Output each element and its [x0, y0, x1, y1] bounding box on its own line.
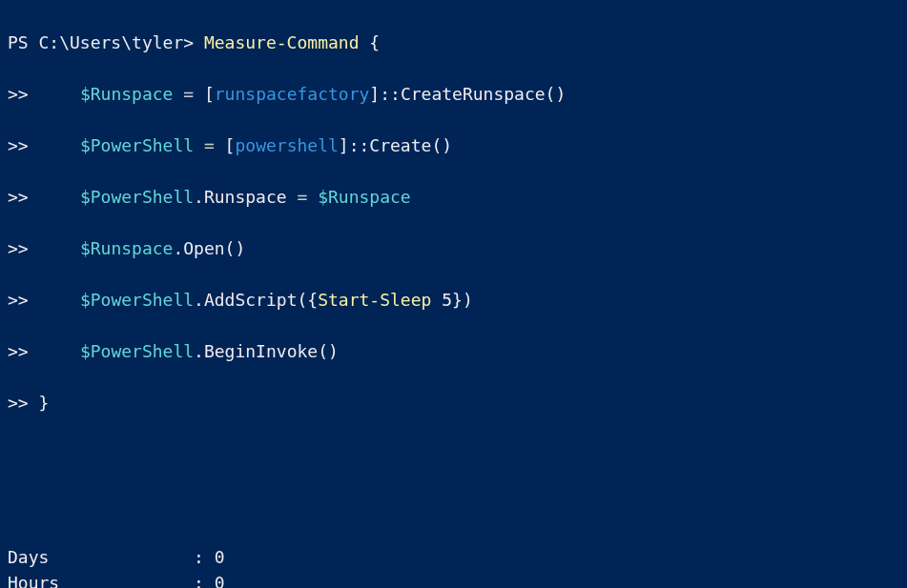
output-block: Days : 0Hours : 0Minutes : 0Seconds : 0M…	[8, 544, 899, 588]
dot: .	[173, 238, 183, 258]
code-line: >> $PowerShell.BeginInvoke()	[8, 338, 899, 364]
var-powershell: $PowerShell	[80, 290, 194, 310]
blank-line	[8, 441, 899, 467]
code-line: PS C:\Users\tyler> Measure-Command {	[8, 30, 899, 55]
dot: .	[194, 290, 204, 310]
prop-runspace: Runspace	[204, 187, 287, 207]
output-value: 0	[215, 547, 225, 567]
equals: =	[173, 84, 204, 104]
close-brace: }	[29, 393, 50, 413]
equals: =	[194, 135, 225, 155]
var-powershell: $PowerShell	[80, 135, 194, 155]
dot: .	[194, 187, 204, 207]
begin-invoke: BeginInvoke()	[204, 341, 339, 361]
indent	[29, 135, 80, 155]
code-line: >> $PowerShell.Runspace = $Runspace	[8, 184, 899, 210]
cont-prompt: >>	[8, 187, 29, 207]
output-row: Hours : 0	[8, 570, 899, 588]
indent	[29, 341, 80, 361]
indent	[29, 290, 80, 310]
output-label: Days	[8, 547, 194, 567]
blank-line	[8, 493, 899, 518]
code-line: >> $PowerShell = [powershell]::Create()	[8, 132, 899, 158]
addscript-open: AddScript(	[204, 290, 307, 310]
output-value: 0	[215, 573, 225, 588]
open-brace: {	[359, 32, 380, 52]
cont-prompt: >>	[8, 238, 29, 258]
dcolon: ::	[349, 135, 370, 155]
code-line: >> $Runspace.Open()	[8, 235, 899, 261]
output-separator: :	[194, 547, 215, 567]
create-method: Create()	[369, 135, 452, 155]
cont-prompt: >>	[8, 393, 29, 413]
open-call: Open()	[183, 238, 245, 258]
cmd-start-sleep: Start-Sleep	[318, 290, 431, 310]
bracket-open: [	[204, 84, 215, 104]
cont-prompt: >>	[8, 341, 29, 361]
output-label: Hours	[8, 573, 194, 588]
sleep-arg: 5	[431, 290, 452, 310]
var-runspace: $Runspace	[80, 84, 174, 104]
type-runspacefactory: runspacefactory	[215, 84, 370, 104]
equals: =	[287, 187, 319, 207]
scriptblock-close: }	[452, 290, 463, 310]
bracket-close: ]	[339, 135, 349, 155]
cont-prompt: >>	[8, 84, 29, 104]
ps-prefix: PS	[8, 32, 39, 52]
type-powershell: powershell	[235, 135, 338, 155]
scriptblock-open: {	[307, 290, 318, 310]
code-line: >> $PowerShell.AddScript({Start-Sleep 5}…	[8, 287, 899, 313]
code-line: >> }	[8, 390, 899, 416]
indent	[29, 84, 80, 104]
bracket-open: [	[225, 135, 236, 155]
ps-gt: >	[183, 32, 204, 52]
var-powershell: $PowerShell	[80, 341, 194, 361]
powershell-terminal[interactable]: PS C:\Users\tyler> Measure-Command { >> …	[0, 0, 907, 588]
dcolon: ::	[380, 84, 401, 104]
indent	[29, 187, 80, 207]
output-row: Days : 0	[8, 544, 899, 570]
var-powershell: $PowerShell	[80, 187, 194, 207]
addscript-close: )	[463, 290, 473, 310]
code-line: >> $Runspace = [runspacefactory]::Create…	[8, 81, 899, 107]
indent	[29, 238, 80, 258]
dot: .	[194, 341, 204, 361]
cont-prompt: >>	[8, 290, 29, 310]
var-runspace: $Runspace	[80, 238, 174, 258]
cmd-measure: Measure-Command	[204, 32, 360, 52]
bracket-close: ]	[369, 84, 380, 104]
var-runspace: $Runspace	[318, 187, 411, 207]
output-separator: :	[194, 573, 215, 588]
create-runspace: CreateRunspace()	[401, 84, 566, 104]
cont-prompt: >>	[8, 135, 29, 155]
ps-path: C:\Users\tyler	[39, 32, 184, 52]
